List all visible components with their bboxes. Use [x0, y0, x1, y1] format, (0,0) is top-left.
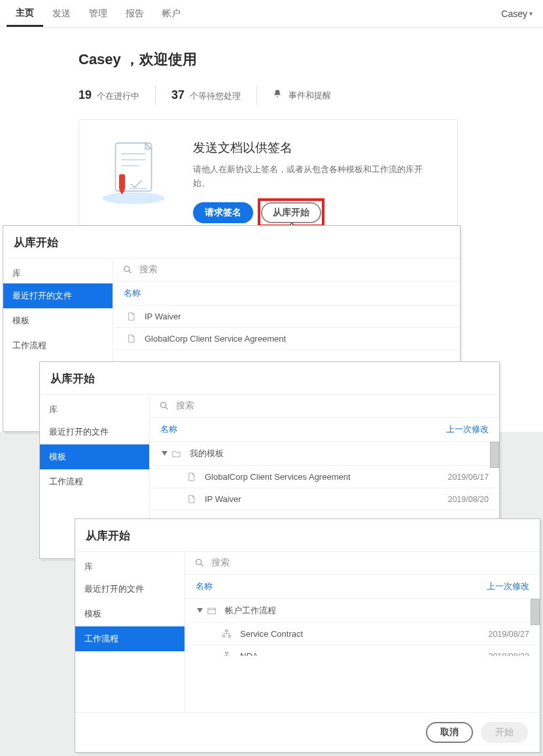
col-name[interactable]: 名称: [124, 287, 449, 299]
svg-rect-19: [226, 630, 228, 632]
sidebar-item-workflows[interactable]: 工作流程: [40, 469, 149, 494]
nav-tab-reports[interactable]: 报告: [116, 1, 153, 26]
list-item[interactable]: IP Waiver 2019/08/20: [150, 488, 499, 511]
library-dialog-workflows: 从库开始 库 最近打开的文件 模板 工作流程 搜索 名称 上一次修改 帐户工作流: [75, 518, 540, 753]
in-progress-count: 19: [79, 88, 92, 102]
item-date: 2019/08/23: [457, 652, 529, 656]
search-field[interactable]: 搜索: [150, 395, 499, 418]
sidebar-item-templates[interactable]: 模板: [3, 308, 113, 333]
search-placeholder: 搜索: [211, 557, 230, 569]
sidebar-header: 库: [75, 556, 184, 577]
nav-tab-account[interactable]: 帐户: [153, 1, 190, 26]
list-item[interactable]: GlobalCorp Client Services Agreement 201…: [150, 466, 499, 488]
dialog-sidebar: 库 最近打开的文件 模板 工作流程: [75, 552, 185, 712]
document-illustration: [97, 139, 169, 223]
stats-row: 19 个在进行中 37 个等待您处理 事件和提醒: [79, 85, 543, 105]
item-date: 2019/08/27: [457, 630, 529, 639]
dialog-title: 从库开始: [75, 519, 540, 551]
item-name: GlobalCorp Client Services Agreement: [205, 472, 417, 482]
start-from-library-button[interactable]: 从库开始: [261, 202, 321, 223]
pending-label: 个等待您处理: [190, 90, 241, 102]
search-field[interactable]: 搜索: [185, 552, 540, 575]
svg-rect-22: [226, 652, 228, 654]
svg-rect-21: [228, 636, 231, 638]
in-progress-label: 个在进行中: [97, 90, 139, 102]
welcome-heading: Casey ，欢迎使用: [79, 50, 543, 69]
svg-rect-6: [119, 174, 125, 190]
search-placeholder: 搜索: [139, 264, 158, 276]
scrollbar[interactable]: [531, 599, 540, 625]
item-name: IP Waiver: [145, 312, 449, 321]
svg-rect-20: [222, 636, 225, 638]
item-name: IP Waiver: [205, 494, 417, 504]
svg-point-11: [161, 403, 166, 408]
sidebar-item-recent[interactable]: 最近打开的文件: [3, 283, 113, 308]
search-icon: [194, 558, 205, 568]
document-icon: [186, 494, 197, 504]
document-icon: [186, 472, 197, 482]
dialog-footer: 取消 开始: [75, 712, 540, 752]
item-name: NDA: [240, 651, 457, 656]
request-signature-button[interactable]: 请求签名: [193, 202, 253, 223]
svg-line-10: [129, 271, 131, 273]
sidebar-item-workflows[interactable]: 工作流程: [3, 333, 113, 358]
sidebar-header: 库: [3, 262, 113, 283]
start-button: 开始: [481, 722, 528, 743]
svg-marker-16: [197, 608, 203, 613]
search-field[interactable]: 搜索: [113, 259, 460, 281]
group-name: 我的模板: [190, 448, 489, 459]
events-label: 事件和提醒: [289, 90, 331, 101]
sidebar-item-workflows[interactable]: 工作流程: [75, 626, 184, 651]
column-headers: 名称 上一次修改: [150, 418, 499, 442]
col-modified[interactable]: 上一次修改: [457, 581, 529, 592]
svg-point-0: [102, 192, 164, 204]
pending-count: 37: [171, 88, 184, 102]
stat-pending[interactable]: 37 个等待您处理: [156, 88, 256, 102]
dialog-title: 从库开始: [40, 362, 499, 394]
nav-tab-manage[interactable]: 管理: [80, 1, 116, 26]
list-item[interactable]: NDA 2019/08/23: [185, 645, 540, 656]
group-row[interactable]: 帐户工作流程: [185, 599, 540, 623]
top-nav: 主页 发送 管理 报告 帐户 Casey ▾: [0, 0, 543, 27]
search-icon: [159, 401, 169, 411]
search-icon: [122, 264, 133, 275]
column-headers: 名称: [113, 281, 460, 306]
folder-icon: [171, 449, 182, 459]
svg-line-15: [201, 564, 203, 566]
dialog-title: 从库开始: [3, 226, 460, 258]
item-name: Service Contract: [240, 629, 457, 639]
sidebar-header: 库: [40, 399, 149, 420]
svg-marker-13: [162, 451, 167, 456]
group-row[interactable]: 我的模板: [150, 442, 499, 466]
list-item[interactable]: Service Contract 2019/08/27: [185, 623, 540, 645]
sidebar-item-recent[interactable]: 最近打开的文件: [40, 420, 149, 444]
workflow-icon: [222, 629, 232, 639]
sidebar-item-templates[interactable]: 模板: [75, 602, 184, 626]
card-description: 请他人在新协议上签名，或者从包含各种模板和工作流的库开始。: [193, 163, 439, 190]
list-item[interactable]: IP Waiver: [113, 306, 460, 328]
user-name: Casey: [501, 9, 527, 19]
user-menu[interactable]: Casey ▾: [501, 9, 536, 19]
document-icon: [126, 334, 137, 344]
document-icon: [126, 312, 137, 321]
col-modified[interactable]: 上一次修改: [417, 423, 489, 435]
svg-point-14: [196, 560, 201, 565]
list-item[interactable]: GlobalCorp Client Service Agreement: [113, 328, 460, 350]
nav-tab-send[interactable]: 发送: [43, 1, 80, 26]
sidebar-item-templates[interactable]: 模板: [40, 444, 149, 469]
svg-rect-17: [208, 608, 215, 614]
column-headers: 名称 上一次修改: [185, 575, 540, 599]
svg-line-12: [166, 407, 167, 409]
cancel-button[interactable]: 取消: [426, 722, 473, 743]
col-name[interactable]: 名称: [196, 581, 457, 592]
nav-tab-home[interactable]: 主页: [7, 1, 43, 27]
scrollbar[interactable]: [490, 442, 499, 468]
stat-in-progress[interactable]: 19 个在进行中: [79, 88, 155, 102]
col-name[interactable]: 名称: [160, 423, 417, 435]
sidebar-item-recent[interactable]: 最近打开的文件: [75, 577, 184, 602]
search-placeholder: 搜索: [176, 400, 194, 412]
caret-down-icon: ▾: [529, 10, 533, 17]
stat-events[interactable]: 事件和提醒: [257, 89, 347, 101]
item-date: 2019/08/20: [417, 495, 489, 504]
card-title: 发送文档以供签名: [193, 139, 439, 156]
